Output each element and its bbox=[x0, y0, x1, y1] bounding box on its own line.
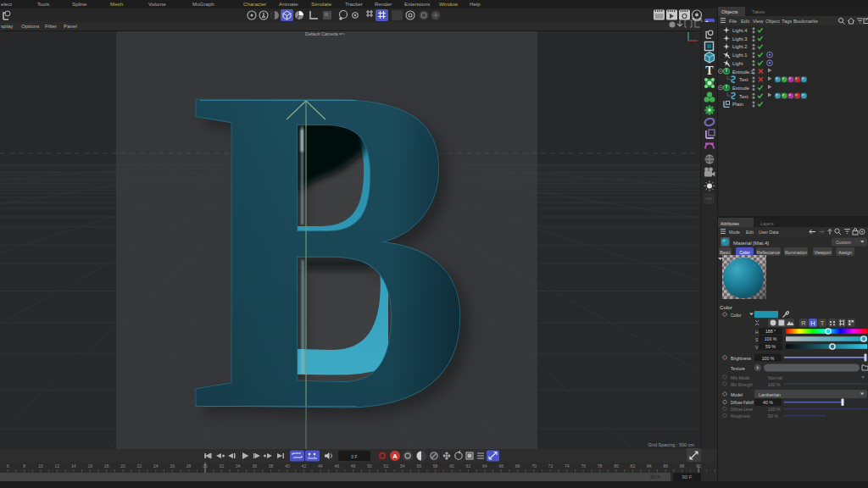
svg-text:60: 60 bbox=[449, 463, 454, 469]
svg-text:32: 32 bbox=[220, 463, 225, 469]
svg-text:12: 12 bbox=[55, 463, 60, 469]
svg-text:100 %: 100 % bbox=[768, 407, 781, 412]
svg-text:62: 62 bbox=[466, 463, 471, 469]
svg-text:38: 38 bbox=[269, 463, 274, 469]
svg-text:Objects: Objects bbox=[721, 9, 738, 14]
svg-text:58: 58 bbox=[433, 463, 438, 469]
svg-text:22: 22 bbox=[137, 463, 142, 469]
svg-text:Basic: Basic bbox=[720, 250, 731, 255]
svg-text:50: 50 bbox=[367, 463, 372, 469]
svg-text:34: 34 bbox=[236, 463, 241, 469]
svg-text:46: 46 bbox=[334, 463, 339, 469]
svg-text:100 %: 100 % bbox=[762, 356, 775, 361]
svg-text:Takes: Takes bbox=[752, 9, 765, 14]
svg-text:Roughness: Roughness bbox=[731, 413, 750, 419]
svg-text:68: 68 bbox=[515, 463, 520, 469]
svg-text:50 %: 50 % bbox=[768, 413, 778, 419]
svg-text:Mix Mode: Mix Mode bbox=[731, 375, 750, 380]
svg-text:Attributes: Attributes bbox=[721, 221, 739, 226]
svg-text:88: 88 bbox=[680, 463, 685, 469]
svg-text:59 %: 59 % bbox=[765, 344, 776, 349]
svg-text:Bookmarks: Bookmarks bbox=[793, 19, 818, 24]
svg-text:Diffuse Falloff: Diffuse Falloff bbox=[731, 400, 754, 405]
svg-text:Texture: Texture bbox=[731, 366, 745, 371]
svg-text:A: A bbox=[392, 452, 398, 460]
svg-text:Plain: Plain bbox=[732, 102, 743, 107]
svg-text:Light.1: Light.1 bbox=[732, 53, 747, 58]
svg-text:Edit: Edit bbox=[741, 19, 749, 24]
svg-text:Object: Object bbox=[765, 19, 780, 24]
svg-text:Light.4: Light.4 bbox=[732, 28, 748, 33]
svg-text:Diffuse Level: Diffuse Level bbox=[731, 407, 753, 412]
svg-text:Text: Text bbox=[739, 94, 748, 99]
svg-text:28: 28 bbox=[186, 463, 192, 469]
svg-text:Edit: Edit bbox=[746, 230, 754, 235]
svg-text:82: 82 bbox=[631, 463, 636, 469]
svg-text:6: 6 bbox=[7, 463, 9, 469]
svg-text:V: V bbox=[755, 345, 759, 350]
svg-text:H: H bbox=[810, 319, 815, 327]
svg-text:80: 80 bbox=[614, 463, 619, 469]
svg-text:Illumination: Illumination bbox=[785, 250, 807, 255]
svg-text:78: 78 bbox=[598, 463, 603, 469]
svg-text:76: 76 bbox=[581, 463, 586, 469]
svg-text:Brightness: Brightness bbox=[731, 356, 751, 361]
svg-text:User Data: User Data bbox=[759, 230, 778, 235]
svg-text:Model: Model bbox=[731, 392, 743, 397]
svg-text:26: 26 bbox=[170, 463, 175, 469]
svg-text:Normal: Normal bbox=[768, 375, 782, 380]
svg-text:52: 52 bbox=[384, 463, 389, 469]
svg-text:Light.3: Light.3 bbox=[732, 36, 747, 42]
svg-text:T: T bbox=[705, 64, 714, 77]
svg-text:36: 36 bbox=[252, 463, 257, 469]
svg-text:18: 18 bbox=[104, 463, 109, 469]
svg-text:Light.2: Light.2 bbox=[732, 44, 747, 49]
svg-text:S: S bbox=[755, 337, 759, 342]
svg-text:14: 14 bbox=[71, 463, 76, 469]
svg-text:Light: Light bbox=[732, 61, 743, 66]
svg-text:Viewport: Viewport bbox=[814, 250, 832, 255]
svg-text:10: 10 bbox=[38, 463, 43, 469]
svg-text:16: 16 bbox=[87, 463, 92, 469]
svg-text:84: 84 bbox=[647, 463, 652, 469]
svg-text:Tags: Tags bbox=[782, 19, 792, 24]
svg-text:74: 74 bbox=[565, 463, 570, 469]
svg-text:Assign: Assign bbox=[838, 250, 852, 255]
svg-text:T: T bbox=[821, 319, 825, 327]
svg-text:48: 48 bbox=[351, 463, 356, 469]
svg-text:20: 20 bbox=[120, 463, 125, 469]
svg-text:B: B bbox=[189, 31, 471, 450]
svg-text:Material [Mat.4]: Material [Mat.4] bbox=[733, 241, 770, 246]
svg-text:100 %: 100 % bbox=[768, 382, 781, 387]
svg-text:Mix Strength: Mix Strength bbox=[731, 382, 753, 387]
svg-text:Text: Text bbox=[739, 77, 748, 82]
svg-text:0 F: 0 F bbox=[351, 454, 358, 459]
svg-text:86: 86 bbox=[663, 463, 668, 469]
svg-text:64: 64 bbox=[482, 463, 487, 469]
svg-text:R: R bbox=[801, 319, 806, 327]
svg-text:42: 42 bbox=[302, 463, 307, 469]
svg-text:8: 8 bbox=[23, 463, 25, 469]
svg-text:View: View bbox=[753, 19, 764, 24]
svg-text:40 %: 40 % bbox=[763, 400, 773, 405]
svg-text:Extrude.1: Extrude.1 bbox=[732, 69, 754, 75]
svg-text:54: 54 bbox=[400, 463, 405, 469]
svg-text:Extrude: Extrude bbox=[732, 86, 749, 91]
svg-text:70: 70 bbox=[531, 463, 537, 469]
svg-text:24: 24 bbox=[153, 463, 159, 469]
svg-text:100 %: 100 % bbox=[765, 336, 777, 341]
svg-text:44: 44 bbox=[318, 463, 323, 469]
svg-text:Reflectance: Reflectance bbox=[757, 250, 781, 255]
svg-text:56: 56 bbox=[416, 463, 421, 469]
svg-text:Mode: Mode bbox=[729, 230, 740, 235]
svg-text:H: H bbox=[755, 330, 759, 335]
svg-text:66: 66 bbox=[498, 463, 504, 469]
svg-text:Color: Color bbox=[720, 304, 732, 310]
svg-text:72: 72 bbox=[548, 463, 554, 469]
svg-text:188 °: 188 ° bbox=[765, 329, 776, 334]
svg-text:40: 40 bbox=[285, 463, 290, 469]
svg-text:Custom: Custom bbox=[836, 240, 851, 245]
svg-text:Layers: Layers bbox=[760, 221, 774, 226]
svg-text:Color: Color bbox=[739, 250, 750, 255]
svg-text:File: File bbox=[729, 19, 737, 24]
